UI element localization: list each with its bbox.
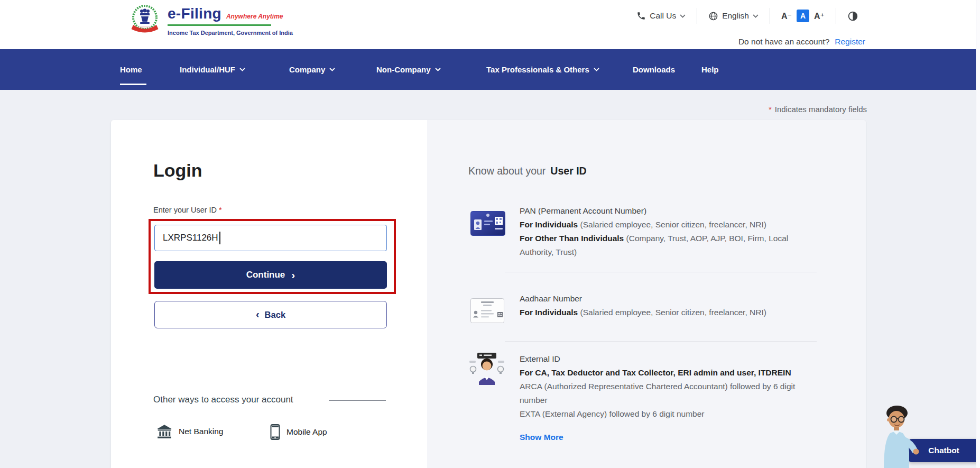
globe-icon bbox=[708, 11, 718, 21]
nav-non-company-label: Non-Company bbox=[376, 65, 431, 74]
pan-line2: For Other Than Individuals (Company, Tru… bbox=[520, 232, 819, 259]
font-decrease-button[interactable]: A⁻ bbox=[781, 11, 792, 21]
nav-help-label: Help bbox=[701, 65, 719, 74]
back-label: Back bbox=[265, 310, 285, 320]
bank-icon bbox=[156, 424, 172, 439]
divider bbox=[770, 8, 770, 24]
back-button[interactable]: ‹ Back bbox=[154, 301, 387, 328]
pan-line1: For Individuals (Salaried employee, Seni… bbox=[520, 218, 819, 232]
chatbot-avatar-icon[interactable] bbox=[871, 402, 920, 468]
income-tax-emblem-icon bbox=[130, 3, 160, 34]
know-panel-title: Know about your User ID bbox=[468, 165, 587, 177]
nav-individual-label: Individual/HUF bbox=[180, 65, 235, 74]
nav-company-label: Company bbox=[289, 65, 325, 74]
logo-text: e-Filing Anywhere Anytime Income Tax Dep… bbox=[168, 3, 293, 37]
divider bbox=[836, 8, 836, 24]
efiling-login-page: e-Filing Anywhere Anytime Income Tax Dep… bbox=[0, 0, 980, 468]
other-ways-heading: Other ways to access your account bbox=[153, 394, 293, 405]
nav-item-help[interactable]: Help bbox=[701, 49, 719, 90]
chevron-down-icon bbox=[435, 68, 441, 71]
divider bbox=[697, 8, 697, 24]
nav-item-tax-professionals[interactable]: Tax Professionals & Others bbox=[486, 49, 599, 90]
section-separator bbox=[505, 341, 817, 342]
nav-item-downloads[interactable]: Downloads bbox=[633, 49, 675, 90]
continue-button[interactable]: Continue › bbox=[154, 261, 387, 289]
text-caret bbox=[219, 232, 220, 244]
user-id-label: Enter your User ID* bbox=[153, 206, 222, 214]
brand-name: e-Filing bbox=[168, 5, 221, 22]
user-id-value: LXRPS1126H bbox=[163, 233, 218, 243]
external-line3: EXTA (External Agency) followed by 6 dig… bbox=[520, 407, 813, 421]
user-id-label-text: Enter your User ID bbox=[153, 206, 217, 214]
net-banking-label: Net Banking bbox=[179, 427, 223, 436]
pan-card-icon bbox=[470, 211, 505, 236]
required-star: * bbox=[219, 206, 222, 214]
font-increase-button[interactable]: A⁺ bbox=[814, 11, 825, 21]
chevron-down-icon bbox=[329, 68, 335, 71]
main-navigation: Home Individual/HUF Company Non-Company … bbox=[0, 49, 980, 90]
chatbot-label: Chatbot bbox=[928, 446, 959, 455]
external-id-icon bbox=[468, 352, 505, 385]
call-us-menu[interactable]: Call Us bbox=[636, 11, 686, 21]
know-title-strong: User ID bbox=[550, 165, 586, 177]
aadhaar-card-icon bbox=[470, 298, 504, 323]
font-default-button[interactable]: A bbox=[797, 10, 809, 22]
nav-tax-professionals-label: Tax Professionals & Others bbox=[486, 65, 589, 74]
register-link[interactable]: Register bbox=[835, 37, 865, 47]
logo-green-rule bbox=[168, 24, 271, 26]
mandatory-star: * bbox=[769, 105, 772, 114]
external-line2: ARCA (Authorized Representative Chartere… bbox=[520, 380, 813, 407]
mandatory-text: Indicates mandatory fields bbox=[775, 105, 867, 114]
user-id-input[interactable]: LXRPS1126H bbox=[154, 225, 387, 251]
scrollbar[interactable] bbox=[976, 0, 980, 468]
chevron-right-icon: › bbox=[291, 269, 295, 281]
phone-icon bbox=[636, 11, 646, 21]
pan-heading: PAN (Permanent Account Number) bbox=[520, 204, 819, 218]
efiling-logo: e-Filing Anywhere Anytime Income Tax Dep… bbox=[130, 3, 293, 37]
language-menu[interactable]: English bbox=[708, 11, 759, 21]
header-utility-bar: Call Us English A⁻ A A⁺ bbox=[636, 6, 858, 25]
mobile-app-label: Mobile App bbox=[286, 427, 327, 437]
call-us-label: Call Us bbox=[650, 11, 676, 21]
mobile-app-option[interactable]: Mobile App bbox=[270, 424, 327, 440]
pan-section: PAN (Permanent Account Number) For Indiv… bbox=[520, 204, 819, 259]
external-id-section: External ID For CA, Tax Deductor and Tax… bbox=[520, 352, 813, 421]
chevron-down-icon bbox=[753, 14, 759, 18]
show-more-link[interactable]: Show More bbox=[520, 433, 563, 442]
net-banking-option[interactable]: Net Banking bbox=[156, 424, 223, 439]
language-label: English bbox=[722, 11, 749, 21]
section-separator bbox=[505, 272, 817, 272]
brand-subtitle: Income Tax Department, Government of Ind… bbox=[168, 30, 293, 36]
mandatory-fields-note: * Indicates mandatory fields bbox=[769, 105, 867, 114]
aadhaar-line1: For Individuals (Salaried employee, Seni… bbox=[520, 306, 819, 319]
nav-item-individual-huf[interactable]: Individual/HUF bbox=[180, 49, 245, 90]
brand-tagline: Anywhere Anytime bbox=[226, 13, 283, 20]
account-prompt: Do not have an account? bbox=[738, 37, 829, 47]
register-row: Do not have an account? Register bbox=[738, 37, 865, 47]
chevron-down-icon bbox=[239, 68, 245, 71]
nav-downloads-label: Downloads bbox=[633, 65, 675, 74]
external-line1: For CA, Tax Deductor and Tax Collector, … bbox=[520, 366, 813, 380]
continue-label: Continue bbox=[246, 270, 285, 280]
external-heading: External ID bbox=[520, 352, 813, 366]
contrast-toggle-icon[interactable] bbox=[847, 11, 858, 22]
nav-home-label: Home bbox=[120, 65, 142, 74]
page-title: Login bbox=[153, 160, 202, 181]
chevron-down-icon bbox=[680, 14, 686, 18]
nav-item-company[interactable]: Company bbox=[289, 49, 335, 90]
mobile-phone-icon bbox=[270, 424, 280, 440]
chevron-left-icon: ‹ bbox=[256, 309, 260, 320]
aadhaar-heading: Aadhaar Number bbox=[520, 292, 819, 306]
other-ways-rule bbox=[329, 400, 386, 401]
aadhaar-section: Aadhaar Number For Individuals (Salaried… bbox=[520, 292, 819, 319]
chevron-down-icon bbox=[594, 68, 599, 71]
active-nav-underline bbox=[120, 84, 146, 85]
know-title-prefix: Know about your bbox=[468, 165, 546, 177]
nav-item-non-company[interactable]: Non-Company bbox=[376, 49, 441, 90]
